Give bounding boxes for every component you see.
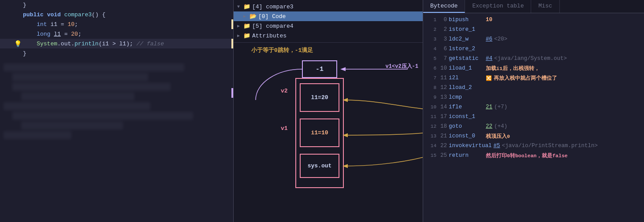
label-v2: v2 [281, 88, 288, 94]
line-marker-3 [231, 88, 233, 98]
tab-bytecode[interactable]: Bytecode [423, 0, 465, 13]
tree-item-compare4[interactable]: ▶ 📁 [5] compare4 [234, 21, 423, 31]
code-line-0: } [0, 0, 233, 10]
bytecode-tabs: Bytecode Exception table Misc [423, 0, 644, 13]
stack-box-minus1: -1 [302, 60, 337, 78]
bc-row-13: 13 21 iconst_0 栈顶压入0 [427, 131, 640, 141]
lightbulb-icon: 💡 [14, 40, 21, 48]
stack-outer: v2 l1=20 v1 i1=10 sys.out [295, 78, 344, 188]
bc-row-8: 8 12 lload_2 [427, 83, 640, 92]
bc-row-12: 12 18 goto 22 (+4) [427, 122, 640, 131]
code-editor: } public void compare3() { int i1 = 10; … [0, 0, 234, 222]
folder-icon-attr: 📁 [243, 32, 250, 39]
annotation-arrow: v1<v2压入-1 [386, 63, 418, 70]
tab-exception-table[interactable]: Exception table [465, 0, 531, 13]
bytecode-content: 1 0 bipush 10 2 2 istore_1 3 3 ldc2_w #6… [423, 13, 644, 222]
tree-arrow-code: ▶ [243, 14, 249, 19]
tree-section: ▼ 📁 [4] compare3 ▶ 📂 [0] Code ▶ 📁 [5] co… [234, 0, 423, 43]
bc-row-15: 15 25 return 然后打印0转boolean，就是false [427, 151, 640, 160]
bc-row-3: 3 3 ldc2_w #6 <20> [427, 34, 640, 44]
line-marker-1 [231, 19, 233, 29]
bc-row-7: 7 11 i2l 🔀 再放入栈中就占两个槽位了 [427, 73, 640, 83]
code-line-4: 💡 System.out.println(i1 > l1); // false [0, 39, 233, 48]
tree-arrow-attr: ▶ [237, 33, 243, 38]
bc-row-14: 14 22 invokevirtual #5 <java/io/PrintStr… [427, 141, 640, 151]
tree-item-compare4-label: [5] compare4 [252, 23, 294, 30]
bc-row-4: 4 6 lstore_2 [427, 44, 640, 54]
code-line-3: long l1 = 20; [0, 29, 233, 39]
bc-row-2: 2 2 istore_1 [427, 25, 640, 34]
tree-item-attributes-label: Attributes [252, 33, 287, 39]
tree-item-code[interactable]: ▶ 📂 [0] Code [234, 11, 423, 21]
label-v1: v1 [281, 125, 288, 132]
code-line-2: int i1 = 10; [0, 19, 233, 29]
line-marker-2 [231, 39, 233, 48]
stack-box-i1: i1=10 [300, 118, 339, 147]
bytecode-panel: Bytecode Exception table Misc 1 0 bipush… [423, 0, 644, 222]
code-line-1: public void compare3() { [0, 10, 233, 19]
tree-arrow: ▼ [237, 4, 243, 9]
tab-misc[interactable]: Misc [531, 0, 559, 13]
stack-box-sysout: sys.out [300, 154, 339, 178]
bc-row-10: 10 14 ifle 21 (+7) [427, 102, 640, 112]
tree-item-code-label: [0] Code [258, 13, 286, 20]
folder-open-icon: 📂 [249, 13, 257, 20]
stack-box-l1: l1=20 [300, 83, 339, 112]
annotation-jump: 小于等于0跳转，-1满足 [251, 46, 313, 54]
tree-item-compare3[interactable]: ▼ 📁 [4] compare3 [234, 2, 423, 11]
folder-icon: 📁 [243, 3, 250, 10]
folder-icon-c4: 📁 [243, 22, 250, 30]
middle-panel: ▼ 📁 [4] compare3 ▶ 📂 [0] Code ▶ 📁 [5] co… [234, 0, 423, 222]
bc-row-1: 1 0 bipush 10 [427, 15, 640, 25]
bc-row-9: 9 13 lcmp [427, 92, 640, 102]
bc-row-5: 5 7 getstatic #4 <java/lang/System.out> [427, 54, 640, 63]
bc-row-11: 11 17 iconst_1 [427, 112, 640, 122]
tree-item-label: [4] compare3 [252, 4, 294, 10]
diagram-area: 小于等于0跳转，-1满足 v1<v2压入-1 -1 v2 l1=20 v1 i1… [234, 43, 423, 222]
tree-arrow-c4: ▶ [237, 23, 243, 29]
bc-row-6: 6 10 iload_1 加载i1后，出栈强转， [427, 63, 640, 73]
blurred-code [0, 62, 233, 141]
tree-item-attributes[interactable]: ▶ 📁 Attributes [234, 31, 423, 41]
code-line-5: } [0, 48, 233, 58]
